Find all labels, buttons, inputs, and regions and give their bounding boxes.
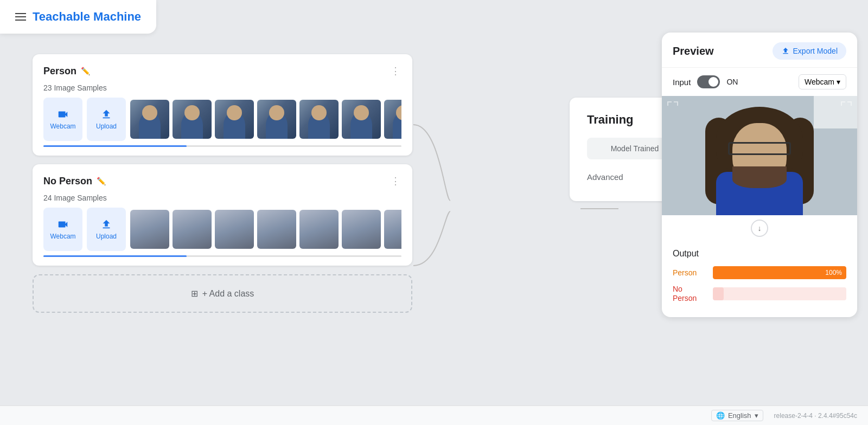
thumb-person-3 — [215, 100, 254, 139]
webcam-label-person: Webcam — [50, 123, 75, 130]
add-class-label: + Add a class — [202, 289, 254, 299]
input-label: Input — [673, 78, 691, 87]
preview-title: Preview — [673, 45, 714, 57]
class-card-noperson: No Person ✏️ ⋮ 24 Image Samples Webcam U… — [33, 164, 412, 266]
edit-icon-noperson[interactable]: ✏️ — [97, 177, 106, 185]
scroll-thumb-noperson — [43, 255, 187, 257]
thumb-person-7 — [384, 100, 401, 139]
language-label: English — [728, 411, 751, 420]
thumb-noperson-2 — [173, 210, 212, 249]
output-bar-fill-noperson — [713, 287, 724, 300]
webcam-btn-noperson[interactable]: Webcam — [43, 208, 82, 251]
frame-icon-right — [840, 100, 853, 115]
more-menu-person[interactable]: ⋮ — [391, 65, 401, 77]
output-pct-person: 100% — [825, 269, 842, 276]
svg-rect-3 — [677, 101, 678, 106]
down-arrow-icon: ↓ — [751, 220, 768, 237]
version-text: release-2-4-4 · 2.4.4#95c54c — [774, 412, 857, 420]
down-arrow-section: ↓ — [662, 215, 857, 241]
globe-icon: 🌐 — [716, 411, 725, 420]
thumb-grid-noperson — [130, 210, 401, 249]
menu-icon[interactable] — [15, 13, 26, 21]
output-bar-fill-person: 100% — [713, 266, 846, 279]
classes-panel: Person ✏️ ⋮ 23 Image Samples Webcam Uplo… — [33, 54, 412, 313]
frame-icon-left — [666, 100, 679, 115]
preview-header: Preview Export Model — [662, 33, 857, 68]
toggle-on-label: ON — [726, 78, 738, 86]
thumb-noperson-7 — [384, 210, 401, 249]
webcam-view — [662, 96, 857, 215]
lang-chevron-icon: ▾ — [755, 411, 758, 420]
upload-label-person: Upload — [96, 123, 117, 130]
webcam-dropdown-chevron: ▾ — [837, 78, 840, 86]
output-label-person: Person — [673, 268, 707, 277]
input-toggle[interactable] — [697, 75, 720, 88]
webcam-person — [700, 107, 819, 215]
output-row-person: Person 100% — [673, 266, 846, 279]
add-class-button[interactable]: ⊞ + Add a class — [33, 274, 412, 313]
webcam-btn-person[interactable]: Webcam — [43, 98, 82, 141]
class-card-header-person: Person ✏️ ⋮ — [43, 65, 401, 77]
upload-btn-noperson[interactable]: Upload — [87, 208, 126, 251]
export-model-button[interactable]: Export Model — [773, 42, 846, 60]
thumb-noperson-5 — [299, 210, 339, 249]
edit-icon-person[interactable]: ✏️ — [81, 67, 90, 75]
input-row: Input ON Webcam ▾ — [662, 68, 857, 96]
samples-row-person: Webcam Upload — [43, 98, 401, 141]
scroll-thumb-person — [43, 145, 187, 147]
thumb-person-4 — [257, 100, 296, 139]
samples-row-noperson: Webcam Upload — [43, 208, 401, 251]
thumb-grid-person — [130, 100, 401, 139]
header: Teachable Machine — [0, 0, 156, 34]
svg-rect-5 — [851, 101, 852, 106]
webcam-dropdown-label: Webcam — [805, 78, 834, 86]
upload-label-noperson: Upload — [96, 233, 117, 240]
upload-btn-person[interactable]: Upload — [87, 98, 126, 141]
class-card-header-noperson: No Person ✏️ ⋮ — [43, 175, 401, 187]
thumb-noperson-3 — [215, 210, 254, 249]
output-row-noperson: NoPerson — [673, 285, 846, 303]
output-bar-bg-person: 100% — [713, 266, 846, 279]
scroll-bar-noperson[interactable] — [43, 255, 401, 257]
class-name-person: Person — [43, 66, 76, 77]
thumb-person-6 — [342, 100, 381, 139]
more-menu-noperson[interactable]: ⋮ — [391, 175, 401, 187]
footer: 🌐 English ▾ release-2-4-4 · 2.4.4#95c54c — [0, 405, 868, 425]
webcam-label-noperson: Webcam — [50, 233, 75, 240]
thumb-person-5 — [299, 100, 339, 139]
preview-panel: Preview Export Model Input ON Webcam ▾ — [662, 33, 857, 317]
thumb-noperson-6 — [342, 210, 381, 249]
image-samples-label-person: 23 Image Samples — [43, 83, 401, 92]
svg-rect-1 — [667, 101, 668, 106]
brand-title: Teachable Machine — [33, 10, 141, 24]
svg-rect-7 — [841, 101, 842, 106]
thumb-person-2 — [173, 100, 212, 139]
image-samples-label-noperson: 24 Image Samples — [43, 194, 401, 202]
thumb-person-1 — [130, 100, 169, 139]
language-selector[interactable]: 🌐 English ▾ — [711, 410, 763, 421]
person-beard — [732, 166, 787, 188]
thumb-noperson-1 — [130, 210, 169, 249]
output-section: Output Person 100% NoPerson — [662, 241, 857, 317]
scroll-bar-person[interactable] — [43, 145, 401, 147]
webcam-dropdown[interactable]: Webcam ▾ — [799, 74, 846, 89]
class-card-person: Person ✏️ ⋮ 23 Image Samples Webcam Uplo… — [33, 54, 412, 156]
advanced-label: Advanced — [587, 172, 623, 182]
output-bar-bg-noperson — [713, 287, 846, 300]
output-label-noperson: NoPerson — [673, 285, 707, 303]
class-name-noperson: No Person — [43, 176, 92, 187]
export-label: Export Model — [793, 47, 838, 55]
thumb-noperson-4 — [257, 210, 296, 249]
add-class-plus-icon: ⊞ — [191, 288, 198, 299]
output-title: Output — [673, 249, 846, 259]
person-glasses — [728, 142, 791, 155]
